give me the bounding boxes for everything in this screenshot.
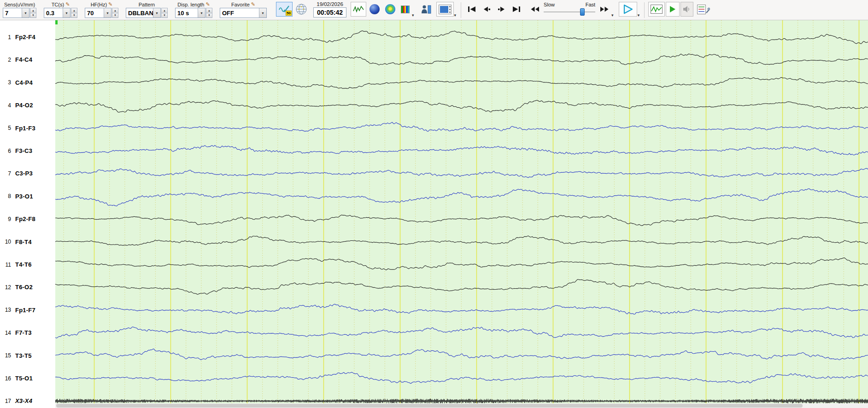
horizontal-scrollbar-thumb[interactable] xyxy=(56,404,803,408)
globe-icon xyxy=(295,3,307,15)
speed-more-arrow[interactable]: ▾ xyxy=(611,13,614,17)
channel-row-Fp2-F8[interactable]: 9Fp2-F8 xyxy=(0,215,55,223)
channel-row-C4-P4[interactable]: 3C4-P4 xyxy=(0,78,55,87)
hf-combobox[interactable]: 70 ▼ xyxy=(85,8,111,18)
channel-row-T3-T5[interactable]: 15T3-T5 xyxy=(0,351,55,360)
dropdown-arrow-icon[interactable]: ▼ xyxy=(63,8,70,17)
channel-row-Fp1-F3[interactable]: 5Fp1-F3 xyxy=(0,124,55,132)
dropdown-arrow-icon[interactable]: ▼ xyxy=(22,8,29,17)
channel-label: T6-O2 xyxy=(15,284,33,291)
channel-row-P3-O1[interactable]: 8P3-O1 xyxy=(0,192,55,200)
channel-row-F8-T4[interactable]: 10F8-T4 xyxy=(0,238,55,246)
colormap-button[interactable] xyxy=(399,2,411,17)
electrode-map-button[interactable] xyxy=(293,2,309,17)
dropdown-arrow-icon[interactable]: ▼ xyxy=(259,8,266,17)
rewind-button[interactable] xyxy=(528,2,542,17)
speed-slider-group: Slow Fast xyxy=(544,2,595,16)
param-tc: TC(s) ✎ 0.3 ▼ ▲ ▼ xyxy=(44,1,77,18)
sens-combobox[interactable]: 7 ▼ xyxy=(3,8,29,18)
channel-row-C3-P3[interactable]: 7C3-P3 xyxy=(0,169,55,178)
pattern-spinner[interactable]: ▲ ▼ xyxy=(161,8,168,18)
dropdown-arrow-icon[interactable]: ▼ xyxy=(153,8,160,17)
channel-number: 9 xyxy=(0,216,11,222)
channel-row-F4-C4[interactable]: 2F4-C4 xyxy=(0,56,55,64)
patient-info-button[interactable] xyxy=(418,2,434,17)
tc-combobox[interactable]: 0.3 ▼ xyxy=(44,8,70,18)
param-sens: Sens(uV/mm) 7 ▼ ▲ ▼ xyxy=(3,1,36,18)
channel-label: F4-C4 xyxy=(15,56,32,63)
channel-label: X3-X4 xyxy=(15,397,32,404)
favorite-value: OFF xyxy=(220,10,259,17)
head-map-3d-button[interactable] xyxy=(367,2,382,17)
rewind-icon xyxy=(530,6,540,12)
channel-row-Fp1-F7[interactable]: 13Fp1-F7 xyxy=(0,306,55,314)
channel-row-Fp2-F4[interactable]: 1Fp2-F4 xyxy=(0,33,55,41)
spin-up-icon[interactable]: ▲ xyxy=(30,8,36,13)
favorite-combobox[interactable]: OFF ▼ xyxy=(220,8,267,18)
spin-up-icon[interactable]: ▲ xyxy=(161,8,168,13)
eeg-plot-area[interactable] xyxy=(55,20,868,403)
video-button[interactable] xyxy=(436,2,454,17)
sens-label: Sens(uV/mm) xyxy=(4,2,35,7)
channel-number: 8 xyxy=(0,193,11,199)
montage-settings-button[interactable] xyxy=(694,2,713,17)
live-trace-monitor-button[interactable] xyxy=(648,2,665,17)
go-to-start-button[interactable] xyxy=(465,2,479,17)
datetime-display: 19/02/2026 00:05:42 xyxy=(313,1,346,17)
pattern-value: DBLBAN xyxy=(126,10,153,17)
spin-up-icon[interactable]: ▲ xyxy=(112,8,118,13)
hf-edit-icon[interactable]: ✎ xyxy=(108,2,112,7)
spin-down-icon[interactable]: ▼ xyxy=(161,13,168,18)
channel-row-T4-T6[interactable]: 11T4-T6 xyxy=(0,261,55,269)
disp-length-combobox[interactable]: 10 s ▼ xyxy=(175,8,205,18)
spin-down-icon[interactable]: ▼ xyxy=(206,13,212,18)
channel-number: 10 xyxy=(0,239,11,245)
step-forward-button[interactable] xyxy=(494,2,508,17)
trace-view-button[interactable] xyxy=(351,2,366,17)
spin-down-icon[interactable]: ▼ xyxy=(112,13,118,18)
channel-number: 6 xyxy=(0,148,11,154)
dropdown-arrow-icon[interactable]: ▼ xyxy=(104,8,111,17)
go-to-end-button[interactable] xyxy=(509,2,523,17)
fast-forward-button[interactable] xyxy=(597,2,611,17)
step-back-button[interactable] xyxy=(480,2,493,17)
tc-spinner[interactable]: ▲ ▼ xyxy=(71,8,77,18)
signal-trace-icon xyxy=(353,5,364,13)
speed-slider-track[interactable] xyxy=(544,8,595,16)
horizontal-scrollbar[interactable] xyxy=(55,403,868,408)
speed-slider-thumb[interactable] xyxy=(580,8,585,16)
channel-number: 2 xyxy=(0,57,11,63)
channel-number: 17 xyxy=(0,398,11,404)
channel-row-P4-O2[interactable]: 4P4-O2 xyxy=(0,101,55,110)
spin-down-icon[interactable]: ▼ xyxy=(71,13,77,18)
channel-number: 12 xyxy=(0,284,11,291)
play-button[interactable] xyxy=(619,2,637,17)
favorite-edit-icon[interactable]: ✎ xyxy=(251,2,255,7)
channel-row-X3-X4[interactable]: 17X3-X4 xyxy=(0,397,55,405)
spin-up-icon[interactable]: ▲ xyxy=(206,8,212,13)
channel-number: 11 xyxy=(0,262,11,268)
topography-map-button[interactable] xyxy=(383,2,398,17)
fast-forward-icon xyxy=(599,6,609,12)
hf-spinner[interactable]: ▲ ▼ xyxy=(112,8,118,18)
spin-down-icon[interactable]: ▼ xyxy=(30,13,36,18)
resume-recording-button[interactable] xyxy=(666,2,680,17)
channel-row-F7-T3[interactable]: 14F7-T3 xyxy=(0,329,55,337)
disp-length-spinner[interactable]: ▲ ▼ xyxy=(206,8,212,18)
tc-edit-icon[interactable]: ✎ xyxy=(65,2,70,7)
favorite-label: Favorite xyxy=(231,2,250,7)
channel-row-F3-C3[interactable]: 6F3-C3 xyxy=(0,147,55,155)
audio-button[interactable] xyxy=(680,2,693,17)
pattern-combobox[interactable]: DBLBAN ▼ xyxy=(126,8,161,18)
spin-up-icon[interactable]: ▲ xyxy=(71,8,77,13)
sens-spinner[interactable]: ▲ ▼ xyxy=(30,8,36,18)
video-more-arrow[interactable]: ▾ xyxy=(454,13,457,17)
disp-length-edit-icon[interactable]: ✎ xyxy=(205,2,210,7)
channel-row-T5-O1[interactable]: 16T5-O1 xyxy=(0,374,55,383)
play-more-arrow[interactable]: ▾ xyxy=(638,13,640,17)
display-mode-more-arrow[interactable]: ▾ xyxy=(412,13,414,17)
notch-filter-button[interactable]: 50 xyxy=(276,2,293,17)
dropdown-arrow-icon[interactable]: ▼ xyxy=(198,8,205,17)
channel-row-T6-O2[interactable]: 12T6-O2 xyxy=(0,283,55,291)
param-disp-length: Disp. length ✎ 10 s ▼ ▲ ▼ xyxy=(175,1,212,18)
